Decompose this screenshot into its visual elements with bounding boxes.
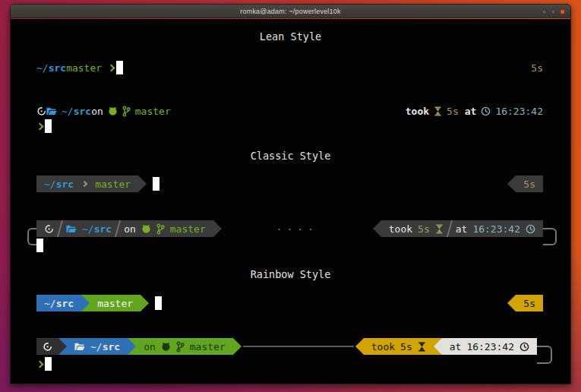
maximize-button[interactable] [551,9,556,14]
github-octocat-icon [108,106,118,116]
prompt-char-icon [108,64,115,71]
os-icon [44,224,54,234]
hourglass-icon [435,224,444,234]
close-button[interactable] [560,9,565,14]
rainbow-duration-segment: 5s [516,295,543,311]
rainbow-dir-segment: ~/src [36,295,81,311]
dir-name: src [56,298,74,309]
time-label: 16:23:42 [466,341,514,352]
on-label: on [144,341,156,352]
dir-prefix: ~/ [44,298,56,309]
lean-oneline-prompt: ~/src master 5s [36,60,543,75]
powerline-separator [141,295,149,311]
dir-prefix: ~/ [44,179,56,190]
duration-label: 5s [400,341,412,352]
rainbow-time-segment: at 16:23:42 [442,338,537,355]
dir-name: src [74,106,91,117]
terminal-window: romka@adam: ~/powerlevel10k Lean Style ~… [10,4,571,384]
terminal-cursor [45,357,52,371]
took-label: took [389,223,412,235]
rainbow-dir-segment: ~/src [67,338,128,355]
git-branch-icon [176,341,185,352]
folder-icon [74,342,85,352]
clock-icon [481,106,491,116]
rainbow-vcs-segment: on master [136,338,233,355]
window-titlebar[interactable]: romka@adam: ~/powerlevel10k [11,5,570,18]
clock-icon [526,224,535,234]
powerline-separator [81,295,90,311]
minimize-button[interactable] [542,9,547,14]
dir-prefix: ~/ [36,62,49,74]
powerline-separator [128,338,136,355]
hourglass-icon [434,106,442,116]
powerline-separator [213,220,222,237]
git-branch-label: master [135,106,171,117]
rainbow-vcs-segment: master [90,295,141,311]
classic-status-segment: took 5s at 16:23:42 [381,220,543,237]
git-branch-icon [156,223,165,235]
powerline-separator [355,338,364,355]
terminal-cursor [116,61,123,74]
lean-dir: ~/src [46,106,91,117]
rainbow-duration-segment: took 5s [364,338,434,355]
powerline-separator [507,295,516,311]
segment-separator-icon [115,220,121,237]
at-label: at [465,106,477,117]
git-branch-label: master [170,223,206,235]
github-octocat-icon [161,342,171,352]
rainbow-style-heading: Rainbow Style [11,268,570,280]
prompt-char-icon [36,122,44,130]
duration-label: 5s [531,62,543,74]
powerline-separator [434,338,442,355]
hourglass-icon [418,342,426,352]
git-branch-label: master [97,298,133,309]
folder-icon [46,106,57,116]
lean-time: at 16:23:42 [465,106,543,117]
rainbow-oneline-prompt: ~/src master 5s [36,295,543,311]
dir-name: src [103,341,120,352]
powerline-separator [138,175,147,192]
prompt-char-icon [36,360,44,368]
terminal-cursor [36,239,43,252]
powerline-separator [373,220,381,237]
lean-vcs: on master [91,106,171,117]
classic-oneline-prompt: ~/src master 5s [36,175,543,192]
lean-twoline-prompt-bottom [36,119,543,134]
github-octocat-icon [141,224,151,234]
git-branch-label: master [190,341,226,352]
lean-style-heading: Lean Style [11,30,570,43]
dir-prefix: ~/ [90,341,103,352]
segment-separator-icon [81,181,87,187]
folder-icon [66,224,77,234]
dir-prefix: ~/ [62,106,74,117]
terminal-content[interactable]: Lean Style ~/src master 5s ~/src on mast… [11,19,570,384]
duration-label: 5s [418,223,430,235]
dir-name: src [49,62,66,74]
duration-label: 5s [523,179,535,190]
time-label: 16:23:42 [495,106,543,117]
on-label: on [124,223,136,235]
powerline-separator [58,338,67,355]
window-controls [542,5,565,18]
segment-separator-icon [447,220,453,237]
at-label: at [456,223,468,235]
powerline-separator [507,175,516,192]
classic-context-segment: ~/src on master [36,220,213,237]
dir-prefix: ~/ [82,223,94,235]
terminal-cursor [155,296,162,310]
git-branch-label: master [66,62,102,74]
segment-separator-icon [57,220,63,237]
powerline-separator [233,338,242,355]
classic-style-heading: Classic Style [11,150,570,162]
classic-left-segment: ~/src master [36,175,138,192]
gap-filler-line [243,346,354,347]
lean-dir: ~/src [36,62,66,74]
took-label: took [406,106,429,117]
prompt-frame-right [543,228,557,245]
git-branch-label: master [95,179,131,190]
at-label: at [450,341,462,352]
rainbow-os-segment [36,338,58,355]
terminal-cursor [153,177,159,191]
gap-filler-dots: ···· [222,223,373,235]
dir-name: src [56,179,74,190]
